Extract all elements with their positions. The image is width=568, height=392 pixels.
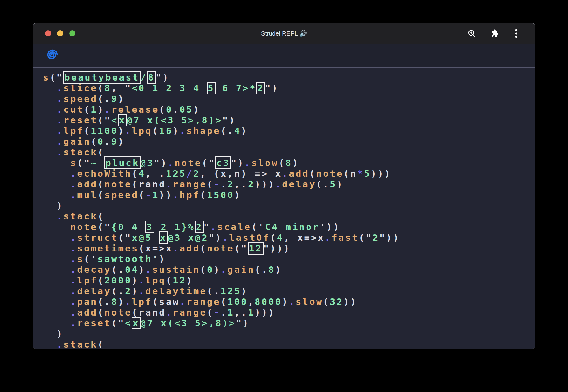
code-token: ~ bbox=[91, 158, 104, 168]
code-token: rand bbox=[139, 179, 166, 189]
code-token: . bbox=[70, 190, 77, 200]
code-line: .add(note(rand.range(-.2,.2))).delay(.5) bbox=[43, 179, 532, 190]
code-token: 5 bbox=[330, 179, 337, 189]
titlebar: Strudel REPL 🔊 bbox=[33, 23, 535, 44]
code-token: ( bbox=[221, 296, 227, 307]
code-token: ) bbox=[214, 264, 221, 275]
code-line: ) bbox=[43, 200, 532, 211]
code-token: (" bbox=[77, 158, 91, 168]
code-token: ( bbox=[91, 136, 98, 147]
code-line: .gain(0.9) bbox=[43, 136, 532, 147]
code-token: scale bbox=[217, 222, 251, 232]
code-token: / bbox=[140, 72, 147, 83]
code-token: ) bbox=[118, 94, 125, 104]
code-token: . bbox=[325, 232, 332, 243]
code-token: - bbox=[214, 179, 221, 189]
code-token: . bbox=[70, 296, 77, 307]
code-token: sometimes bbox=[77, 243, 139, 253]
code-token: s bbox=[77, 254, 84, 264]
code-token: * bbox=[357, 168, 364, 179]
code-token: ( bbox=[98, 83, 104, 93]
code-token: . bbox=[125, 126, 132, 136]
code-token: 8 bbox=[111, 296, 118, 307]
code-token: . bbox=[244, 158, 251, 168]
code-token: slice bbox=[63, 83, 98, 93]
code-token: 1 bbox=[152, 190, 159, 200]
extensions-icon[interactable] bbox=[489, 29, 499, 38]
code-token: < bbox=[111, 115, 118, 125]
code-token: lastOf bbox=[229, 232, 270, 243]
code-token: lpf bbox=[77, 275, 98, 285]
code-editor[interactable]: s("beautybeast/8") .slice(8, "<0 1 2 3 4… bbox=[33, 68, 535, 348]
code-token: 12 bbox=[173, 275, 186, 285]
code-token: stack bbox=[63, 339, 98, 348]
code-token: ( bbox=[98, 307, 104, 318]
code-token: note bbox=[175, 158, 202, 168]
code-token: - bbox=[145, 190, 152, 200]
code-token: @3 x@2 bbox=[168, 232, 209, 243]
code-token: ))) bbox=[371, 168, 391, 179]
code-token: . bbox=[221, 179, 227, 189]
code-token: 0 bbox=[166, 104, 173, 115]
code-token: ) bbox=[139, 264, 145, 275]
code-token: ( bbox=[98, 339, 104, 348]
code-token: 2000 bbox=[104, 275, 132, 285]
code-token: range bbox=[186, 296, 221, 307]
code-token: 1500 bbox=[207, 190, 234, 200]
code-line: .mul(speed(-1)).hpf(1500) bbox=[43, 190, 532, 200]
code-token: . bbox=[180, 126, 186, 136]
maximize-button[interactable] bbox=[69, 30, 75, 36]
code-token: ) bbox=[98, 104, 104, 115]
code-token: lpf bbox=[63, 126, 84, 136]
active-event-highlight: pluck bbox=[105, 158, 139, 168]
code-token: 8 bbox=[268, 264, 275, 275]
code-token: ')) bbox=[320, 222, 340, 232]
code-token: ( bbox=[159, 104, 166, 115]
code-line: .lpf(2000).lpq(12) bbox=[43, 275, 532, 286]
code-line: .stack( bbox=[43, 147, 532, 158]
code-token: 9 bbox=[111, 136, 118, 147]
code-token: echoWith bbox=[77, 168, 132, 179]
code-token: 32 bbox=[330, 296, 343, 307]
code-token: (x=>x bbox=[139, 243, 173, 253]
zoom-in-icon[interactable] bbox=[467, 29, 477, 38]
code-token: (" bbox=[98, 115, 111, 125]
code-token: ( bbox=[207, 179, 214, 189]
code-token: . bbox=[139, 286, 145, 296]
code-line: .stack( bbox=[43, 339, 532, 348]
code-token: slow bbox=[296, 296, 323, 307]
active-event-highlight: 3 bbox=[146, 222, 153, 232]
close-button[interactable] bbox=[45, 30, 51, 36]
code-token: 1 bbox=[248, 307, 255, 318]
code-token: s bbox=[43, 72, 50, 83]
code-token: (" bbox=[111, 318, 125, 328]
code-token: reset bbox=[63, 115, 98, 125]
code-token: , " bbox=[111, 83, 132, 93]
code-token: )) bbox=[159, 190, 173, 200]
code-token: . bbox=[180, 296, 186, 307]
code-token: . bbox=[221, 264, 227, 275]
code-token: . bbox=[145, 264, 152, 275]
code-token: range bbox=[173, 307, 207, 318]
code-line: s("beautybeast/8") bbox=[43, 72, 532, 83]
code-token: ( bbox=[98, 190, 104, 200]
code-token: 2 bbox=[125, 286, 132, 296]
code-token: (" bbox=[98, 222, 111, 232]
strudel-spiral-logo[interactable] bbox=[46, 48, 59, 63]
code-token: add bbox=[180, 243, 200, 253]
code-token: - bbox=[214, 307, 221, 318]
code-token: )) bbox=[343, 296, 357, 307]
code-token: {0 4 bbox=[111, 222, 145, 232]
code-token: range bbox=[173, 179, 207, 189]
overflow-menu-icon[interactable] bbox=[511, 29, 521, 38]
code-token: delay bbox=[282, 179, 316, 189]
code-token: 05 bbox=[180, 104, 193, 115]
code-token: 04 bbox=[125, 264, 139, 275]
code-token: gain bbox=[227, 264, 255, 275]
code-token: ) bbox=[241, 126, 248, 136]
window-title: Strudel REPL 🔊 bbox=[33, 30, 535, 37]
minimize-button[interactable] bbox=[57, 30, 63, 36]
code-token: . bbox=[57, 211, 63, 221]
code-token: ( bbox=[200, 190, 207, 200]
code-token: speed bbox=[104, 190, 139, 200]
